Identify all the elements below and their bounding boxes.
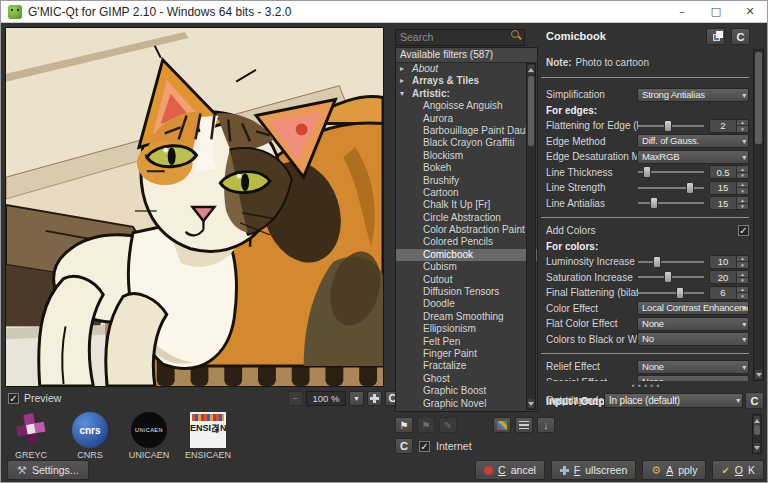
spin-down-icon[interactable]: ▼ [737, 188, 748, 194]
slider-handle[interactable] [664, 120, 672, 132]
filter-item[interactable]: Cartoon [396, 187, 537, 199]
slider-handle[interactable] [653, 256, 661, 268]
filter-item[interactable]: Angoisse Anguish [396, 100, 537, 112]
parameter-dropdown[interactable]: Strong Antialias [637, 88, 749, 102]
parameter-slider[interactable] [638, 165, 704, 179]
parameter-slider[interactable] [638, 181, 704, 195]
parameter-spinbox[interactable]: 2▲▼ [709, 119, 749, 133]
parameter-slider[interactable] [638, 270, 704, 284]
filter-item[interactable]: Blockism [396, 150, 537, 162]
slider-handle[interactable] [686, 182, 694, 194]
parameter-slider[interactable] [638, 119, 704, 133]
filter-item[interactable]: Circle Abstraction [396, 212, 537, 224]
panel-splitter[interactable]: ••••• [541, 382, 753, 390]
scrollbar-thumb[interactable] [528, 76, 534, 146]
filter-item[interactable]: Fractalize [396, 360, 537, 372]
filter-item[interactable]: Ghost [396, 373, 537, 385]
reset-io-button[interactable]: C [745, 392, 764, 409]
slider-handle[interactable] [664, 271, 672, 283]
filter-tool-button[interactable] [439, 417, 457, 433]
scroll-down-icon[interactable] [755, 370, 762, 379]
parameter-spinbox[interactable]: 6▲▼ [709, 286, 749, 300]
spin-down-icon[interactable]: ▼ [737, 126, 748, 132]
filter-item[interactable]: Artistic: [396, 88, 537, 100]
preview-checkbox[interactable]: ✓ [8, 393, 19, 404]
preview-toggle[interactable]: ✓ Preview [8, 392, 61, 404]
filter-item[interactable]: Cubism [396, 261, 537, 273]
filter-item[interactable]: Color Abstraction Paint [396, 224, 537, 236]
minimize-button[interactable]: – [665, 1, 699, 23]
spinbox-arrows[interactable]: ▲▼ [736, 182, 748, 194]
slider-handle[interactable] [643, 166, 651, 178]
filter-item[interactable]: Chalk It Up [Fr] [396, 199, 537, 211]
io-dropdown[interactable]: In place (default) [604, 393, 743, 408]
parameter-dropdown[interactable]: Local Contrast Enhancement [637, 301, 749, 315]
filter-item[interactable]: About [396, 63, 537, 75]
filter-item[interactable]: Cutout [396, 274, 537, 286]
parameter-slider[interactable] [638, 255, 704, 269]
filter-tool-button[interactable] [417, 417, 435, 433]
filter-tool-button[interactable] [493, 417, 511, 433]
filter-item[interactable]: Bokeh [396, 162, 537, 174]
action-button[interactable]: Cancel [475, 460, 545, 480]
filter-item[interactable]: Black Crayon Graffiti [396, 137, 537, 149]
spin-down-icon[interactable]: ▼ [737, 262, 748, 268]
slider-handle[interactable] [676, 287, 684, 299]
scroll-up-icon[interactable] [528, 65, 534, 74]
parameter-dropdown[interactable]: Diff. of Gauss. [637, 134, 749, 148]
zoom-dropdown-button[interactable]: ▾ [349, 391, 364, 406]
parameter-checkbox[interactable]: ✓ [738, 225, 749, 236]
scroll-down-icon[interactable] [754, 443, 760, 452]
settings-button[interactable]: ⚒ Settings... [7, 460, 89, 480]
parameter-dropdown[interactable]: None [637, 317, 749, 331]
filter-item[interactable]: Graphic Novel [396, 398, 537, 410]
parameter-slider[interactable] [638, 286, 704, 300]
maximize-button[interactable]: □ [699, 1, 733, 23]
search-input[interactable] [395, 29, 525, 46]
spinbox-arrows[interactable]: ▲▼ [736, 197, 748, 209]
scroll-down-icon[interactable] [528, 399, 534, 408]
action-button[interactable]: OK [712, 460, 764, 480]
filter-tool-button[interactable] [515, 417, 533, 433]
copy-command-button[interactable] [706, 28, 725, 45]
spin-down-icon[interactable]: ▼ [737, 173, 748, 179]
parameter-spinbox[interactable]: 15▲▼ [709, 181, 749, 195]
zoom-level-value[interactable]: 100 % [306, 391, 346, 406]
filter-item[interactable]: Arrays & Tiles [396, 75, 537, 87]
zoom-out-button[interactable]: − [288, 391, 303, 406]
filter-item[interactable]: Doodle [396, 298, 537, 310]
filter-item[interactable]: Diffusion Tensors [396, 286, 537, 298]
slider-handle[interactable] [650, 197, 658, 209]
parameters-scrollbar[interactable] [753, 49, 764, 381]
filter-item[interactable]: Finger Paint [396, 348, 537, 360]
spinbox-arrows[interactable]: ▲▼ [736, 271, 748, 283]
parameter-slider[interactable] [638, 196, 704, 210]
filter-item[interactable]: Dream Smoothing [396, 311, 537, 323]
filter-item[interactable]: Graphic Boost [396, 385, 537, 397]
filter-item[interactable]: Ellipsionism [396, 323, 537, 335]
spinbox-arrows[interactable]: ▲▼ [736, 120, 748, 132]
zoom-fit-button[interactable] [367, 391, 382, 406]
parameter-spinbox[interactable]: 0.5▲▼ [709, 165, 749, 179]
scroll-up-icon[interactable] [754, 416, 760, 425]
filter-item[interactable]: Colored Pencils [396, 236, 537, 248]
parameter-spinbox[interactable]: 10▲▼ [709, 255, 749, 269]
filter-item[interactable]: Aurora [396, 113, 537, 125]
preview-image[interactable] [5, 27, 384, 387]
spin-down-icon[interactable]: ▼ [737, 278, 748, 284]
filter-item[interactable]: Comicbook [396, 249, 537, 261]
filter-item[interactable]: Hard Sketch [396, 410, 537, 412]
parameter-dropdown[interactable]: No [637, 332, 749, 346]
parameter-spinbox[interactable]: 15▲▼ [709, 196, 749, 210]
internet-checkbox[interactable]: ✓ [419, 441, 430, 452]
reset-parameters-button[interactable]: C [731, 28, 750, 45]
scrollbar-thumb[interactable] [754, 425, 760, 435]
logo-link[interactable]: UNICAEN [126, 412, 172, 460]
action-button[interactable]: Apply [642, 460, 706, 480]
parameter-spinbox[interactable]: 20▲▼ [709, 270, 749, 284]
spin-down-icon[interactable]: ▼ [737, 293, 748, 299]
filter-tool-button[interactable] [395, 417, 413, 433]
parameter-dropdown[interactable]: MaxRGB [637, 150, 749, 164]
update-filters-button[interactable]: C [395, 438, 413, 454]
filter-item[interactable]: Felt Pen [396, 336, 537, 348]
